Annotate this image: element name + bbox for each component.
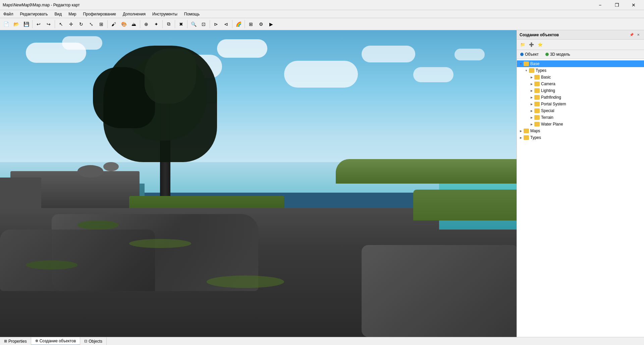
tree-node-basic[interactable]: Basic [517, 74, 644, 81]
model-tab-dot [545, 53, 549, 56]
main-area: Создание объектов 📌 ✕ 📁 ➕ ⭐ Объект 3D мо… [0, 30, 644, 337]
moss-2 [129, 239, 191, 248]
menu-item-профилирование[interactable]: Профилирование [80, 10, 120, 18]
tree-expand-terrain[interactable] [529, 115, 534, 120]
tree-node-special[interactable]: Special [517, 107, 644, 114]
panel-star-button[interactable]: ⭐ [536, 41, 544, 48]
folder-icon-types [529, 68, 534, 73]
status-tab-создание-объектов[interactable]: ⊕Создание объектов [31, 337, 80, 345]
toolbar-btn-zoom-in[interactable]: 🔍 [189, 19, 198, 29]
menubar: ФайлРедактироватьВидМирПрофилированиеДоп… [0, 10, 644, 18]
toolbar-btn-rotate[interactable]: ↻ [76, 19, 86, 29]
toolbar-btn-undo[interactable]: ↩ [34, 19, 43, 29]
status-tab-objects[interactable]: ⊡Objects [80, 337, 107, 345]
statusbar: ⊞Properties⊕Создание объектов⊡Objects [0, 337, 644, 345]
panel-header: Создание объектов 📌 ✕ [517, 30, 644, 40]
moss-3 [26, 260, 77, 269]
toolbar-btn-object[interactable]: ⊕ [142, 19, 151, 29]
tree-expand-portal-system[interactable] [529, 101, 534, 107]
status-tab-label: Objects [89, 339, 102, 344]
menu-item-мир[interactable]: Мир [65, 10, 79, 18]
toolbar-btn-clone[interactable]: ⧉ [164, 19, 173, 29]
toolbar-btn-frame[interactable]: ⊡ [199, 19, 208, 29]
tree-label-portal-system: Portal System [541, 102, 566, 106]
tree-node-base[interactable]: Base [517, 60, 644, 67]
tree-node-types2[interactable]: Types [517, 134, 644, 141]
toolbar-btn-cursor2[interactable]: ⊲ [221, 19, 231, 29]
toolbar-btn-paint[interactable]: 🎨 [119, 19, 128, 29]
cloud-8 [454, 49, 485, 60]
toolbar-btn-grid[interactable]: ⊞ [246, 19, 256, 29]
toolbar-btn-color[interactable]: 🌈 [234, 19, 243, 29]
tree-label-special: Special [541, 108, 554, 113]
tree-expand-pathfinding[interactable] [529, 95, 534, 100]
toolbar-btn-scale[interactable]: ⤡ [87, 19, 96, 29]
tree-label-pathfinding: Pathfinding [541, 95, 561, 100]
tree-expand-types2[interactable] [518, 135, 524, 140]
menu-item-редактировать[interactable]: Редактировать [17, 10, 51, 18]
tab-object[interactable]: Объект [519, 51, 540, 57]
panel-close-button[interactable]: ✕ [635, 32, 641, 38]
toolbar-btn-settings[interactable]: ⚙ [256, 19, 266, 29]
status-tab-label: Создание объектов [40, 339, 76, 343]
tree-expand-camera[interactable] [529, 81, 534, 87]
tree-node-terrain[interactable]: Terrain [517, 114, 644, 121]
folder-icon-lighting [534, 88, 540, 93]
cloud-7 [413, 67, 453, 82]
menu-item-помощь[interactable]: Помощь [181, 10, 203, 18]
toolbar-btn-move[interactable]: ✛ [66, 19, 76, 29]
folder-icon-water-plane [534, 122, 540, 127]
toolbar-btn-play[interactable]: ▶ [266, 19, 276, 29]
menu-item-вид[interactable]: Вид [51, 10, 65, 18]
toolbar-btn-terrain[interactable]: ⛰ [129, 19, 139, 29]
tree-label-types: Types [536, 68, 546, 73]
panel-pin-button[interactable]: 📌 [629, 32, 635, 38]
toolbar-separator [55, 20, 55, 28]
toolbar-btn-open[interactable]: 📂 [11, 19, 21, 29]
toolbar-btn-new[interactable]: 📄 [1, 19, 11, 29]
toolbar-btn-transform[interactable]: ⊞ [97, 19, 106, 29]
tree-expand-special[interactable] [529, 108, 534, 113]
menu-item-файл[interactable]: Файл [0, 10, 17, 18]
object-tree: BaseTypesBasicCameraLightingPathfindingP… [517, 59, 644, 337]
menu-item-дополнения[interactable]: Дополнения [119, 10, 149, 18]
tree-node-water-plane[interactable]: Water Plane [517, 121, 644, 128]
tree-node-types[interactable]: Types [517, 67, 644, 74]
status-tab-label: Properties [8, 339, 27, 344]
toolbar-separator [140, 20, 140, 28]
tree-node-lighting[interactable]: Lighting [517, 87, 644, 94]
toolbar-btn-particle[interactable]: ✦ [152, 19, 161, 29]
toolbar-btn-cursor1[interactable]: ⊳ [211, 19, 221, 29]
tree-expand-types[interactable] [524, 68, 529, 73]
toolbar-btn-save[interactable]: 💾 [21, 19, 31, 29]
tree-label-camera: Camera [541, 82, 555, 86]
tree-expand-lighting[interactable] [529, 88, 534, 93]
panel-folder-button[interactable]: 📁 [519, 41, 526, 48]
rock-texture-3 [362, 245, 517, 337]
tree-expand-base[interactable] [518, 61, 524, 66]
tree-label-types2: Types [530, 135, 541, 140]
tree-expand-water-plane[interactable] [529, 121, 534, 127]
titlebar: Maps\NewMap9\Map.map - Редактор карт − ❐… [0, 0, 644, 10]
tree-node-pathfinding[interactable]: Pathfinding [517, 94, 644, 101]
close-button[interactable]: ✕ [626, 0, 641, 10]
folder-icon-camera [534, 82, 540, 86]
tree-node-camera[interactable]: Camera [517, 81, 644, 87]
toolbar-btn-brush[interactable]: 🖌 [109, 19, 118, 29]
viewport[interactable] [0, 30, 517, 337]
menu-item-инструменты[interactable]: Инструменты [149, 10, 181, 18]
tree-expand-basic[interactable] [529, 75, 534, 80]
tree-label-terrain: Terrain [541, 115, 553, 120]
tree-label-maps: Maps [530, 129, 540, 133]
restore-button[interactable]: ❐ [609, 0, 625, 10]
minimize-button[interactable]: − [592, 0, 608, 10]
tree-node-maps[interactable]: Maps [517, 128, 644, 134]
toolbar-btn-redo[interactable]: ↪ [44, 19, 53, 29]
status-tab-properties[interactable]: ⊞Properties [0, 337, 31, 345]
panel-add-button[interactable]: ➕ [528, 41, 535, 48]
toolbar-btn-delete[interactable]: ✖ [176, 19, 186, 29]
tree-node-portal-system[interactable]: Portal System [517, 101, 644, 107]
tree-expand-maps[interactable] [518, 128, 524, 134]
tab-3d-model[interactable]: 3D модель [544, 51, 572, 57]
toolbar-btn-select[interactable]: ↖ [56, 19, 66, 29]
